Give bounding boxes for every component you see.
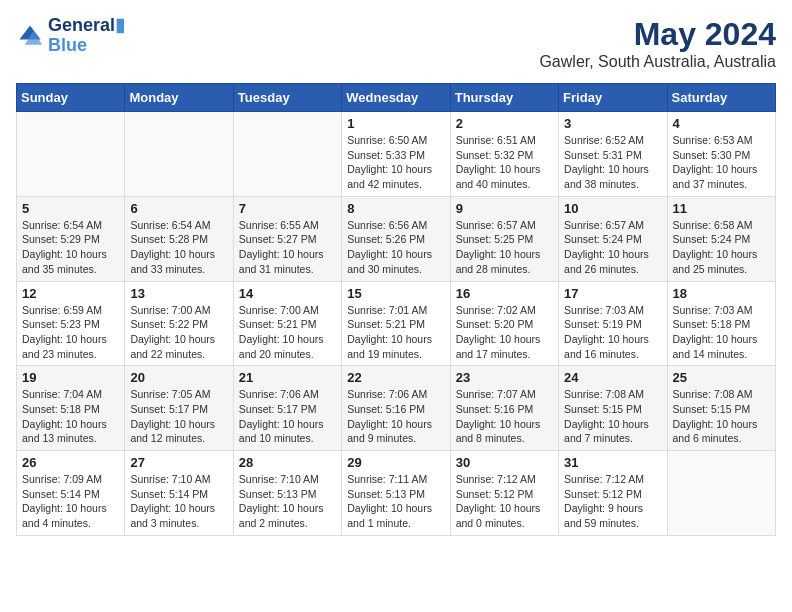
logo-text: General▮ Blue xyxy=(48,16,125,56)
calendar-cell xyxy=(17,112,125,197)
day-number: 21 xyxy=(239,370,336,385)
calendar-cell: 28Sunrise: 7:10 AM Sunset: 5:13 PM Dayli… xyxy=(233,451,341,536)
day-info: Sunrise: 7:07 AM Sunset: 5:16 PM Dayligh… xyxy=(456,387,553,446)
calendar-cell: 31Sunrise: 7:12 AM Sunset: 5:12 PM Dayli… xyxy=(559,451,667,536)
day-number: 8 xyxy=(347,201,444,216)
day-number: 9 xyxy=(456,201,553,216)
calendar-cell: 1Sunrise: 6:50 AM Sunset: 5:33 PM Daylig… xyxy=(342,112,450,197)
calendar-cell: 7Sunrise: 6:55 AM Sunset: 5:27 PM Daylig… xyxy=(233,196,341,281)
day-number: 31 xyxy=(564,455,661,470)
day-number: 23 xyxy=(456,370,553,385)
day-info: Sunrise: 6:57 AM Sunset: 5:24 PM Dayligh… xyxy=(564,218,661,277)
calendar-cell: 11Sunrise: 6:58 AM Sunset: 5:24 PM Dayli… xyxy=(667,196,775,281)
day-info: Sunrise: 6:56 AM Sunset: 5:26 PM Dayligh… xyxy=(347,218,444,277)
day-number: 5 xyxy=(22,201,119,216)
calendar-cell xyxy=(667,451,775,536)
calendar-cell: 26Sunrise: 7:09 AM Sunset: 5:14 PM Dayli… xyxy=(17,451,125,536)
day-info: Sunrise: 7:02 AM Sunset: 5:20 PM Dayligh… xyxy=(456,303,553,362)
calendar-cell: 13Sunrise: 7:00 AM Sunset: 5:22 PM Dayli… xyxy=(125,281,233,366)
day-info: Sunrise: 7:06 AM Sunset: 5:17 PM Dayligh… xyxy=(239,387,336,446)
header-saturday: Saturday xyxy=(667,84,775,112)
calendar-cell: 8Sunrise: 6:56 AM Sunset: 5:26 PM Daylig… xyxy=(342,196,450,281)
day-number: 3 xyxy=(564,116,661,131)
day-number: 24 xyxy=(564,370,661,385)
header-row: SundayMondayTuesdayWednesdayThursdayFrid… xyxy=(17,84,776,112)
day-number: 14 xyxy=(239,286,336,301)
calendar-table: SundayMondayTuesdayWednesdayThursdayFrid… xyxy=(16,83,776,536)
day-number: 28 xyxy=(239,455,336,470)
day-info: Sunrise: 7:01 AM Sunset: 5:21 PM Dayligh… xyxy=(347,303,444,362)
day-number: 17 xyxy=(564,286,661,301)
day-info: Sunrise: 7:04 AM Sunset: 5:18 PM Dayligh… xyxy=(22,387,119,446)
header-sunday: Sunday xyxy=(17,84,125,112)
header-tuesday: Tuesday xyxy=(233,84,341,112)
day-info: Sunrise: 7:03 AM Sunset: 5:19 PM Dayligh… xyxy=(564,303,661,362)
day-number: 30 xyxy=(456,455,553,470)
day-info: Sunrise: 6:57 AM Sunset: 5:25 PM Dayligh… xyxy=(456,218,553,277)
day-number: 6 xyxy=(130,201,227,216)
calendar-cell: 17Sunrise: 7:03 AM Sunset: 5:19 PM Dayli… xyxy=(559,281,667,366)
header-thursday: Thursday xyxy=(450,84,558,112)
header-friday: Friday xyxy=(559,84,667,112)
day-info: Sunrise: 7:05 AM Sunset: 5:17 PM Dayligh… xyxy=(130,387,227,446)
day-info: Sunrise: 7:09 AM Sunset: 5:14 PM Dayligh… xyxy=(22,472,119,531)
day-number: 22 xyxy=(347,370,444,385)
week-row-2: 5Sunrise: 6:54 AM Sunset: 5:29 PM Daylig… xyxy=(17,196,776,281)
day-number: 12 xyxy=(22,286,119,301)
main-title: May 2024 xyxy=(539,16,776,53)
day-info: Sunrise: 7:12 AM Sunset: 5:12 PM Dayligh… xyxy=(456,472,553,531)
calendar-cell: 2Sunrise: 6:51 AM Sunset: 5:32 PM Daylig… xyxy=(450,112,558,197)
calendar-body: 1Sunrise: 6:50 AM Sunset: 5:33 PM Daylig… xyxy=(17,112,776,536)
calendar-cell: 9Sunrise: 6:57 AM Sunset: 5:25 PM Daylig… xyxy=(450,196,558,281)
day-number: 15 xyxy=(347,286,444,301)
calendar-cell: 16Sunrise: 7:02 AM Sunset: 5:20 PM Dayli… xyxy=(450,281,558,366)
calendar-cell: 14Sunrise: 7:00 AM Sunset: 5:21 PM Dayli… xyxy=(233,281,341,366)
day-number: 13 xyxy=(130,286,227,301)
day-info: Sunrise: 6:54 AM Sunset: 5:28 PM Dayligh… xyxy=(130,218,227,277)
calendar-cell: 3Sunrise: 6:52 AM Sunset: 5:31 PM Daylig… xyxy=(559,112,667,197)
calendar-cell: 6Sunrise: 6:54 AM Sunset: 5:28 PM Daylig… xyxy=(125,196,233,281)
day-number: 29 xyxy=(347,455,444,470)
calendar-cell xyxy=(233,112,341,197)
calendar-cell: 12Sunrise: 6:59 AM Sunset: 5:23 PM Dayli… xyxy=(17,281,125,366)
title-block: May 2024 Gawler, South Australia, Austra… xyxy=(539,16,776,71)
calendar-cell: 5Sunrise: 6:54 AM Sunset: 5:29 PM Daylig… xyxy=(17,196,125,281)
week-row-1: 1Sunrise: 6:50 AM Sunset: 5:33 PM Daylig… xyxy=(17,112,776,197)
header-monday: Monday xyxy=(125,84,233,112)
calendar-cell: 24Sunrise: 7:08 AM Sunset: 5:15 PM Dayli… xyxy=(559,366,667,451)
day-info: Sunrise: 7:10 AM Sunset: 5:14 PM Dayligh… xyxy=(130,472,227,531)
day-number: 7 xyxy=(239,201,336,216)
header-wednesday: Wednesday xyxy=(342,84,450,112)
calendar-cell: 23Sunrise: 7:07 AM Sunset: 5:16 PM Dayli… xyxy=(450,366,558,451)
day-info: Sunrise: 7:10 AM Sunset: 5:13 PM Dayligh… xyxy=(239,472,336,531)
calendar-cell: 21Sunrise: 7:06 AM Sunset: 5:17 PM Dayli… xyxy=(233,366,341,451)
day-info: Sunrise: 6:59 AM Sunset: 5:23 PM Dayligh… xyxy=(22,303,119,362)
day-info: Sunrise: 6:55 AM Sunset: 5:27 PM Dayligh… xyxy=(239,218,336,277)
logo-icon xyxy=(16,22,44,50)
day-number: 11 xyxy=(673,201,770,216)
calendar-cell: 27Sunrise: 7:10 AM Sunset: 5:14 PM Dayli… xyxy=(125,451,233,536)
week-row-3: 12Sunrise: 6:59 AM Sunset: 5:23 PM Dayli… xyxy=(17,281,776,366)
calendar-cell xyxy=(125,112,233,197)
calendar-cell: 19Sunrise: 7:04 AM Sunset: 5:18 PM Dayli… xyxy=(17,366,125,451)
calendar-cell: 30Sunrise: 7:12 AM Sunset: 5:12 PM Dayli… xyxy=(450,451,558,536)
calendar-cell: 22Sunrise: 7:06 AM Sunset: 5:16 PM Dayli… xyxy=(342,366,450,451)
day-info: Sunrise: 7:03 AM Sunset: 5:18 PM Dayligh… xyxy=(673,303,770,362)
day-info: Sunrise: 7:00 AM Sunset: 5:21 PM Dayligh… xyxy=(239,303,336,362)
page-header: General▮ Blue May 2024 Gawler, South Aus… xyxy=(16,16,776,71)
day-info: Sunrise: 7:11 AM Sunset: 5:13 PM Dayligh… xyxy=(347,472,444,531)
day-info: Sunrise: 7:06 AM Sunset: 5:16 PM Dayligh… xyxy=(347,387,444,446)
day-number: 1 xyxy=(347,116,444,131)
day-number: 16 xyxy=(456,286,553,301)
day-number: 18 xyxy=(673,286,770,301)
day-info: Sunrise: 7:12 AM Sunset: 5:12 PM Dayligh… xyxy=(564,472,661,531)
day-number: 4 xyxy=(673,116,770,131)
week-row-4: 19Sunrise: 7:04 AM Sunset: 5:18 PM Dayli… xyxy=(17,366,776,451)
day-number: 19 xyxy=(22,370,119,385)
day-info: Sunrise: 7:08 AM Sunset: 5:15 PM Dayligh… xyxy=(564,387,661,446)
calendar-cell: 20Sunrise: 7:05 AM Sunset: 5:17 PM Dayli… xyxy=(125,366,233,451)
calendar-cell: 4Sunrise: 6:53 AM Sunset: 5:30 PM Daylig… xyxy=(667,112,775,197)
day-info: Sunrise: 6:52 AM Sunset: 5:31 PM Dayligh… xyxy=(564,133,661,192)
day-number: 26 xyxy=(22,455,119,470)
day-info: Sunrise: 6:58 AM Sunset: 5:24 PM Dayligh… xyxy=(673,218,770,277)
